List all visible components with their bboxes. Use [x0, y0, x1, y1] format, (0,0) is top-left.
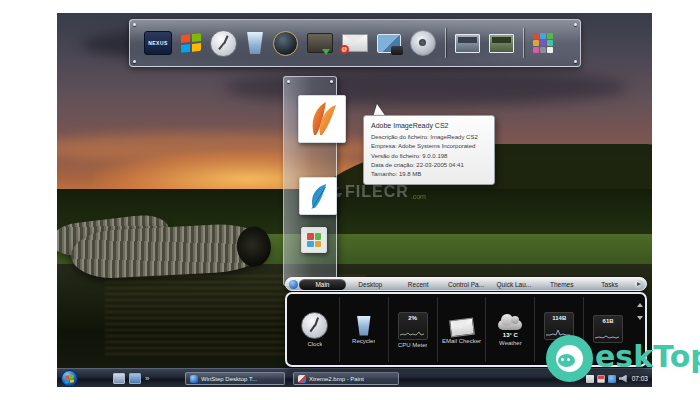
net-out-value: 61B: [594, 318, 622, 324]
tab-tasks[interactable]: Tasks: [586, 279, 633, 290]
recycle-bin-icon: [356, 316, 372, 336]
widget-cpu-meter[interactable]: 2% CPU Meter: [389, 297, 438, 362]
desktop-wallpaper: NEXUS @: [57, 13, 652, 387]
imageready-icon[interactable]: [298, 95, 346, 143]
tab-desktop[interactable]: Desktop: [347, 279, 394, 290]
filecr-watermark: FILECR .com: [329, 183, 426, 201]
filecr-tld: .com: [411, 193, 426, 200]
tab-themes[interactable]: Themes: [538, 279, 585, 290]
screw-icon: [287, 80, 290, 83]
cpu-graph-icon: 2%: [398, 312, 428, 340]
window-thumbnail-icon[interactable]: [489, 34, 514, 53]
app-grid-dock-icon[interactable]: [533, 33, 553, 53]
quick-launch-icon[interactable]: [113, 373, 125, 384]
cloud-icon: [498, 320, 522, 330]
photoshop-icon[interactable]: [299, 177, 337, 215]
tooltip-line: Tamanho: 19.8 MB: [371, 170, 487, 179]
app-tooltip: Adobe ImageReady CS2 Descrição do fichei…: [363, 103, 495, 185]
envelope-icon: [449, 317, 475, 337]
tab-main[interactable]: Main: [299, 279, 346, 290]
clock-dock-icon[interactable]: [210, 30, 237, 57]
task-button-label: Xtreme2.bmp - Paint: [309, 376, 364, 382]
widget-label: CPU Meter: [398, 342, 428, 348]
shelf-scroll-left-button[interactable]: [289, 280, 298, 289]
tooltip-line: Versão do ficheiro: 9.0.0.198: [371, 152, 487, 161]
photos-dock-icon[interactable]: [377, 34, 401, 53]
top-dock: NEXUS @: [129, 19, 581, 67]
tooltip-title: Adobe ImageReady CS2: [371, 122, 487, 129]
world-clock-dock-icon[interactable]: [273, 31, 298, 56]
side-dock: [283, 76, 337, 286]
mail-dock-icon[interactable]: @: [342, 34, 368, 52]
taskbar-button-winstep[interactable]: WinStep Desktop T...: [185, 372, 285, 385]
tooltip-line: Empresa: Adobe Systems Incorporated: [371, 142, 487, 151]
widget-recycler[interactable]: Recycler: [340, 297, 389, 362]
start-button[interactable]: [61, 370, 78, 387]
screw-icon: [574, 23, 577, 26]
winstep-icon: [190, 375, 198, 383]
nexus-dock-icon[interactable]: NEXUS: [144, 31, 172, 55]
scroll-up-icon[interactable]: [637, 303, 643, 307]
windows-dock-icon[interactable]: [181, 33, 201, 53]
screenshot-canvas: NEXUS @: [0, 0, 700, 400]
tab-recent[interactable]: Recent: [395, 279, 442, 290]
widget-email-checker[interactable]: EMail Checker: [438, 297, 487, 362]
quick-launch-overflow-icon[interactable]: »: [145, 374, 149, 383]
cpu-value: 2%: [399, 315, 427, 321]
windows-logo-icon: [65, 374, 74, 383]
tooltip-line: Descrição do ficheiro: ImageReady CS2: [371, 133, 487, 142]
dock-separator: [445, 28, 446, 58]
widget-label: Clock: [307, 341, 322, 347]
screw-icon: [330, 80, 333, 83]
shelf-tab-bar: Main Desktop Recent Control Pa... Quick …: [285, 277, 647, 291]
mini-grid-icon: [307, 233, 321, 247]
analog-clock-icon: [301, 312, 328, 339]
quick-launch: »: [113, 373, 149, 384]
task-button-label: WinStep Desktop T...: [201, 376, 257, 382]
widget-label: Weather: [499, 340, 522, 346]
weather-temperature: 13° C: [503, 332, 518, 338]
desktop-watermark: eskTop: [546, 335, 700, 382]
desktop-logo-inner: [558, 354, 575, 367]
tab-quick-launch[interactable]: Quick Lau...: [490, 279, 537, 290]
mail-badge: @: [340, 45, 349, 54]
filecr-text: FILECR: [345, 183, 409, 201]
scroll-down-icon[interactable]: [637, 316, 643, 320]
feather-blue-icon: [303, 181, 333, 211]
screw-icon: [133, 60, 136, 63]
quick-launch-icon[interactable]: [129, 373, 141, 384]
desktop-watermark-text: eskTop: [595, 342, 700, 372]
folder-dock-icon[interactable]: [307, 33, 333, 53]
taskbar-button-paint[interactable]: Xtreme2.bmp - Paint: [293, 372, 399, 385]
window-thumbnail-icon[interactable]: [455, 34, 480, 53]
screw-icon: [133, 23, 136, 26]
small-app-icon[interactable]: [301, 227, 327, 253]
widget-clock[interactable]: Clock: [291, 297, 340, 362]
shelf-scroll-arrows: [637, 303, 643, 320]
dock-separator: [523, 28, 524, 58]
feather-red-icon: [302, 99, 342, 139]
paint-icon: [298, 375, 306, 383]
desktop-logo-icon: [546, 335, 593, 382]
shelf-scroll-right-button[interactable]: [634, 280, 643, 289]
screw-icon: [574, 60, 577, 63]
nexus-label: NEXUS: [148, 40, 168, 46]
disc-clock-dock-icon[interactable]: [410, 30, 436, 56]
widget-label: Recycler: [352, 338, 375, 344]
net-in-value: 114B: [545, 315, 573, 321]
widget-label: EMail Checker: [442, 338, 481, 344]
recycle-bin-dock-icon[interactable]: [246, 32, 264, 54]
tooltip-body: Adobe ImageReady CS2 Descrição do fichei…: [363, 115, 495, 185]
tooltip-line: Data de criação: 22-03-2005 04:41: [371, 161, 487, 170]
tab-control-panel[interactable]: Control Pa...: [443, 279, 490, 290]
widget-weather[interactable]: 13° C Weather: [486, 297, 535, 362]
